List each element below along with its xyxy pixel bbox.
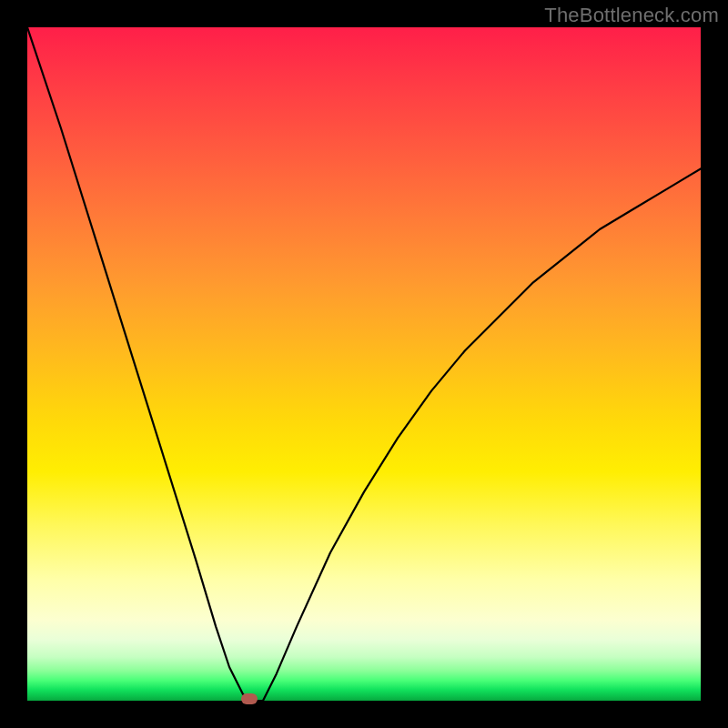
chart-frame: TheBottleneck.com [0,0,728,728]
bottleneck-curve [27,27,701,701]
watermark-text: TheBottleneck.com [544,4,719,27]
optimal-marker [241,693,258,704]
plot-area [27,27,701,701]
curve-polyline [27,27,701,701]
